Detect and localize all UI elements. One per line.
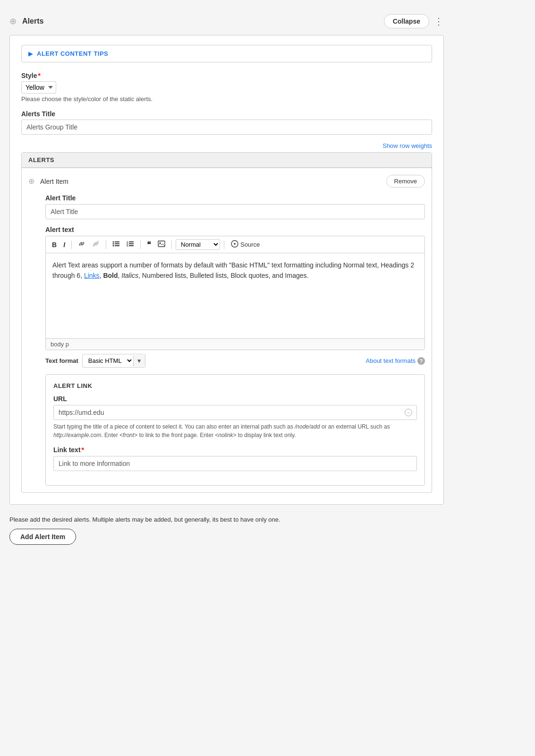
bullet-list-button[interactable] (110, 240, 122, 249)
alert-title-label: Alert Title (45, 194, 425, 202)
alert-link-title: ALERT LINK (53, 382, 417, 389)
link-button[interactable] (76, 239, 88, 250)
format-select-wrapper: Basic HTML Full HTML Plain text ▼ (82, 354, 145, 368)
alerts-header: ⊕ Alerts Collapse ⋮ (9, 9, 444, 35)
format-arrow-icon: ▼ (133, 355, 145, 367)
section-title: Alerts (22, 17, 43, 26)
alerts-title-field: Alerts Title (21, 110, 432, 135)
format-select[interactable]: Basic HTML Full HTML Plain text (83, 354, 133, 367)
toolbar-separator-1 (71, 241, 72, 249)
alert-title-input[interactable] (45, 204, 425, 219)
link-text-label: Link text* (53, 446, 417, 454)
style-select[interactable]: Yellow Red Blue Green (21, 81, 56, 94)
about-formats-text: About text formats (366, 357, 416, 364)
link-text-required: * (82, 446, 84, 454)
alert-title-field: Alert Title (45, 194, 425, 219)
format-dropdown[interactable]: Normal Heading 2 Heading 3 Heading 4 (176, 239, 220, 250)
main-content-box: ▶ ALERT CONTENT TIPS Style* Yellow Red B… (9, 35, 444, 505)
svg-point-1 (113, 241, 114, 243)
editor-content[interactable]: Alert Text areas support a number of for… (46, 253, 425, 338)
alert-inner-content: Alert Title Alert text B I (28, 194, 425, 486)
style-hint: Please choose the style/color of the sta… (21, 95, 432, 103)
link-text-input[interactable] (53, 456, 417, 471)
help-icon: ? (417, 357, 425, 365)
blockquote-button[interactable]: ❝ (144, 239, 153, 250)
footer-hint: Please add the desired alerts. Multiple … (9, 516, 444, 523)
dots-menu-icon[interactable]: ⋮ (434, 16, 444, 27)
show-row-weights-link[interactable]: Show row weights (382, 142, 432, 149)
alerts-section-header: ALERTS (22, 153, 432, 168)
toolbar-separator-3 (140, 241, 141, 249)
tips-label: ALERT CONTENT TIPS (37, 50, 108, 57)
alerts-section: ALERTS ⊕ Alert Item Remove Alert Title (21, 152, 432, 493)
svg-rect-2 (115, 241, 119, 242)
alert-text-label: Alert text (45, 226, 425, 233)
source-icon (231, 240, 238, 249)
about-formats-link[interactable]: About text formats ? (366, 357, 425, 365)
svg-point-3 (113, 243, 114, 245)
svg-rect-12 (129, 245, 134, 246)
alerts-title-label: Alerts Title (21, 110, 432, 118)
source-label: Source (240, 241, 260, 248)
svg-rect-4 (115, 243, 119, 244)
url-label: URL (53, 395, 417, 403)
italic-button[interactable]: I (61, 240, 68, 249)
editor-toolbar: B I (46, 236, 425, 253)
editor-statusbar: body p (46, 338, 425, 350)
url-input[interactable] (53, 405, 417, 420)
toolbar-separator-5 (224, 241, 224, 249)
toolbar-separator-2 (106, 241, 106, 249)
url-field: URL ○ Start typing the title of a piece … (53, 395, 417, 439)
svg-point-5 (113, 245, 114, 247)
numbered-list-button[interactable]: 1. 2. 3. (124, 240, 136, 249)
tips-section[interactable]: ▶ ALERT CONTENT TIPS (21, 45, 432, 62)
collapse-button[interactable]: Collapse (384, 14, 429, 28)
drag-handle-icon[interactable]: ⊕ (9, 16, 17, 26)
row-weights-link-wrapper: Show row weights (21, 142, 432, 149)
tips-arrow-icon: ▶ (28, 50, 33, 57)
alert-item-label: Alert Item (40, 178, 68, 185)
image-button[interactable] (155, 240, 168, 249)
svg-rect-13 (158, 241, 165, 247)
alert-link-section: ALERT LINK URL ○ Start typing the title … (45, 374, 425, 486)
url-hint: Start typing the title of a piece of con… (53, 422, 417, 439)
editor-text-plain: Alert Text areas support a number of for… (52, 261, 414, 279)
rich-text-editor: B I (45, 236, 425, 350)
unlink-button[interactable] (90, 239, 102, 250)
alert-item-header: ⊕ Alert Item Remove (28, 175, 425, 188)
page-footer: Please add the desired alerts. Multiple … (9, 516, 444, 545)
url-input-wrapper: ○ (53, 405, 417, 420)
source-button[interactable]: Source (228, 239, 263, 250)
svg-rect-10 (129, 243, 134, 244)
text-format-label: Text format (45, 357, 78, 364)
alert-text-field: Alert text B I (45, 226, 425, 368)
toolbar-separator-4 (171, 241, 172, 249)
alert-item-drag-handle[interactable]: ⊕ (28, 177, 34, 186)
add-alert-button[interactable]: Add Alert Item (9, 529, 76, 545)
style-field: Style* Yellow Red Blue Green Please choo… (21, 72, 432, 103)
bold-button[interactable]: B (50, 240, 59, 249)
text-format-row: Text format Basic HTML Full HTML Plain t… (45, 354, 425, 368)
svg-text:3.: 3. (127, 244, 129, 247)
style-field-label: Style* (21, 72, 432, 79)
alert-item: ⊕ Alert Item Remove Alert Title Alert te… (22, 168, 432, 492)
required-indicator: * (38, 72, 40, 79)
alerts-title-input[interactable] (21, 120, 432, 135)
url-clear-icon[interactable]: ○ (405, 409, 412, 416)
remove-button[interactable]: Remove (386, 175, 425, 188)
svg-rect-6 (115, 245, 119, 246)
svg-rect-8 (129, 241, 134, 242)
link-text-field: Link text* (53, 446, 417, 471)
